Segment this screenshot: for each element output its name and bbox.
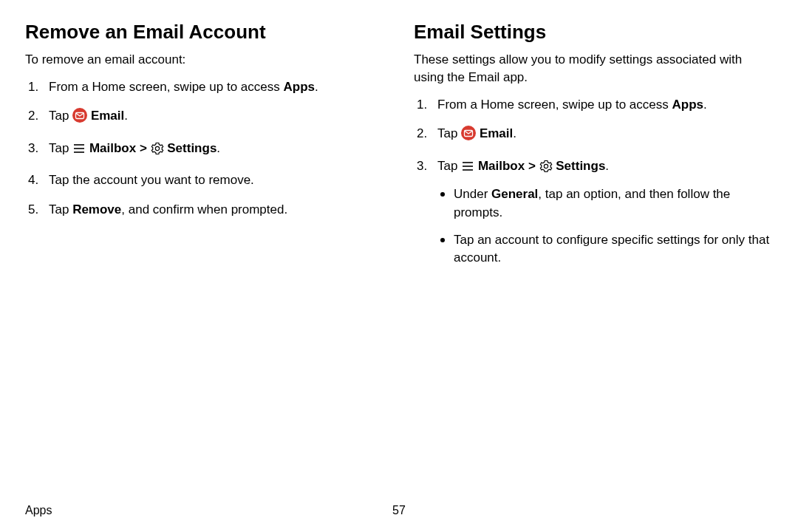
step: From a Home screen, swipe up to access A… <box>25 78 384 97</box>
bold-email: Email <box>91 109 124 123</box>
text: > <box>136 141 150 155</box>
steps-settings: From a Home screen, swipe up to access A… <box>414 95 773 267</box>
footer-section: Apps <box>25 504 52 517</box>
manual-page: Remove an Email Account To remove an ema… <box>0 0 798 532</box>
footer-page-number: 57 <box>392 504 406 517</box>
gear-icon <box>539 160 553 179</box>
sub-bullets: Under General, tap an option, and then f… <box>437 185 773 267</box>
hamburger-icon <box>461 160 474 179</box>
left-column: Remove an Email Account To remove an ema… <box>25 21 384 278</box>
text: > <box>525 159 539 173</box>
text: From a Home screen, swipe up to access <box>49 80 283 94</box>
text: Tap <box>49 141 72 155</box>
text: Tap <box>49 202 72 216</box>
svg-point-0 <box>72 108 87 123</box>
text: . <box>703 98 707 112</box>
step: Tap Mailbox > Settings. <box>25 139 384 161</box>
bold-mailbox: Mailbox <box>478 159 525 173</box>
step: Tap Mailbox > Settings. Under General, t… <box>414 157 773 267</box>
right-column: Email Settings These settings allow you … <box>414 21 773 278</box>
text: . <box>513 126 516 140</box>
bold-general: General <box>491 187 538 201</box>
text: From a Home screen, swipe up to access <box>437 98 672 112</box>
svg-point-5 <box>461 126 476 140</box>
text: Under <box>454 187 491 201</box>
text: . <box>216 141 220 155</box>
text: . <box>124 109 128 123</box>
hamburger-icon <box>72 142 86 161</box>
intro-settings: These settings allow you to modify setti… <box>414 51 773 86</box>
bold-settings: Settings <box>167 141 216 155</box>
bold-email: Email <box>480 126 513 140</box>
bold-apps: Apps <box>672 98 703 112</box>
email-icon <box>72 108 87 129</box>
columns: Remove an Email Account To remove an ema… <box>25 21 773 278</box>
text: Tap <box>437 159 461 173</box>
heading-remove-account: Remove an Email Account <box>25 21 384 44</box>
bold-mailbox: Mailbox <box>89 141 136 155</box>
heading-email-settings: Email Settings <box>414 21 773 44</box>
email-icon <box>461 126 476 146</box>
sub-item: Under General, tap an option, and then f… <box>437 185 773 222</box>
bold-settings: Settings <box>556 159 605 173</box>
bold-remove: Remove <box>72 202 121 216</box>
bold-apps: Apps <box>283 80 315 94</box>
text: , and confirm when prompted. <box>121 202 287 216</box>
text: . <box>315 80 318 94</box>
steps-remove: From a Home screen, swipe up to access A… <box>25 78 384 219</box>
intro-remove: To remove an email account: <box>25 51 384 69</box>
sub-item: Tap an account to configure specific set… <box>437 231 773 267</box>
step: Tap Email. <box>25 106 384 129</box>
step: Tap the account you want to remove. <box>25 171 384 190</box>
text: . <box>605 159 609 173</box>
page-footer: Apps 57 <box>25 504 773 517</box>
step: Tap Email. <box>414 124 773 146</box>
gear-icon <box>151 142 164 161</box>
step: From a Home screen, swipe up to access A… <box>414 95 773 115</box>
text: Tap <box>49 109 72 123</box>
text: Tap <box>437 126 461 140</box>
step: Tap Remove, and confirm when prompted. <box>25 200 384 219</box>
